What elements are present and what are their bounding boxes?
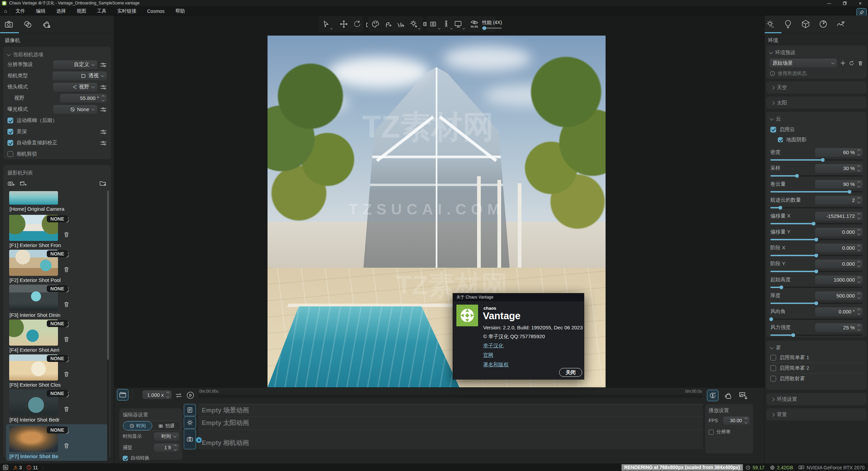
tab-lights-icon[interactable]: [784, 20, 792, 28]
camera-item-f6[interactable]: NONE [F6] Interior Shot Bedr: [6, 389, 108, 423]
camera-list-scrollbar-thumb[interactable]: [107, 190, 109, 360]
camera-thumbnail-f5[interactable]: NONE: [9, 354, 58, 381]
select-tool-icon[interactable]: [322, 20, 330, 28]
wind-strength-field[interactable]: 25 %: [815, 323, 863, 332]
sky-section[interactable]: 天空: [766, 81, 867, 94]
thickness-slider[interactable]: [770, 303, 863, 304]
offset-y-field[interactable]: 0.000: [815, 228, 863, 237]
start-height-slider[interactable]: [770, 287, 863, 288]
camera-item-f2[interactable]: NONE [F2] Exterior Shot Pool: [6, 250, 108, 284]
thickness-field[interactable]: 500.000: [815, 291, 863, 300]
lens-settings-icon[interactable]: [100, 84, 107, 90]
scene-track-icon[interactable]: [184, 404, 196, 416]
fov-field[interactable]: 55.800 °: [60, 94, 107, 103]
material-override-icon[interactable]: [371, 20, 379, 28]
camera-thumbnail-f6[interactable]: NONE: [9, 389, 58, 415]
dof-settings-icon[interactable]: [100, 128, 107, 135]
camera-delete-icon[interactable]: [63, 406, 70, 412]
enable-clouds-checkbox[interactable]: [770, 127, 776, 132]
auto-convert-checkbox[interactable]: [123, 456, 128, 461]
about-close-button[interactable]: 关闭: [559, 368, 582, 377]
home-icon[interactable]: ⌂: [1, 7, 10, 15]
start-height-field[interactable]: 1000.000: [815, 275, 863, 284]
playback-speed-field[interactable]: 1.000 x: [142, 390, 172, 399]
close-button[interactable]: ✕: [852, 0, 868, 6]
phase-y-field[interactable]: 0.000: [815, 260, 863, 268]
cirrus-amount-field[interactable]: 90 %: [815, 180, 863, 189]
maximize-button[interactable]: [837, 0, 852, 6]
cloud-sampling-field[interactable]: 30 %: [815, 164, 863, 173]
motion-blur-checkbox[interactable]: [7, 118, 13, 123]
resolution-settings-icon[interactable]: [100, 61, 107, 68]
render-teapot-icon[interactable]: [724, 391, 733, 400]
camera-clipping-checkbox[interactable]: [7, 151, 13, 157]
cirrus-amount-slider[interactable]: [770, 191, 863, 192]
add-vegetation-icon[interactable]: [384, 20, 392, 28]
add-keyframe-badge[interactable]: [196, 437, 202, 443]
phase-x-field[interactable]: 0.000: [815, 244, 863, 252]
env-settings-section[interactable]: 环境设置: [766, 393, 867, 405]
phase-y-slider[interactable]: [770, 271, 863, 272]
menu-select[interactable]: 选择: [51, 7, 71, 16]
menu-file[interactable]: 文件: [10, 7, 31, 16]
walk-mode-icon[interactable]: [442, 20, 450, 28]
warning-icon[interactable]: ⚠: [13, 465, 18, 471]
add-light-icon[interactable]: [410, 20, 418, 28]
tab-camera-icon[interactable]: [4, 20, 14, 29]
wind-direction-field[interactable]: 0.000 °: [815, 307, 863, 316]
offset-y-slider[interactable]: [770, 239, 863, 240]
add-shot-icon[interactable]: [20, 180, 27, 187]
env-preset-header[interactable]: 环境预设: [770, 49, 863, 56]
tab-render-settings-icon[interactable]: [42, 20, 52, 29]
contrails-count-slider[interactable]: [770, 207, 863, 208]
scene-animation-track[interactable]: Empty 场景动画: [198, 404, 703, 416]
simple-fog1-checkbox[interactable]: [770, 355, 776, 361]
fog-section-header[interactable]: 雾: [770, 345, 863, 351]
offset-x-slider[interactable]: [770, 223, 863, 224]
camera-item-f4[interactable]: NONE [F4] Exterior Shot Aeri: [6, 320, 108, 353]
log-icon[interactable]: [3, 465, 8, 470]
timeline-ruler[interactable]: [198, 394, 703, 398]
camera-item-f3[interactable]: NONE [F3] Interior Shot Dinin: [6, 285, 108, 319]
camera-delete-icon[interactable]: [63, 266, 70, 273]
tab-render-icon[interactable]: [819, 20, 828, 28]
camera-thumbnail-home[interactable]: [9, 191, 58, 205]
camera-delete-icon[interactable]: [63, 231, 70, 238]
export-animation-icon[interactable]: [738, 391, 748, 401]
add-folder-icon[interactable]: [99, 180, 107, 187]
cloud-density-slider[interactable]: [770, 159, 863, 161]
sun-animation-track[interactable]: Empty 太阳动画: [198, 416, 703, 429]
timeline-editor-toggle-button[interactable]: [117, 389, 129, 401]
menu-help[interactable]: 帮助: [170, 7, 190, 16]
display-mode-icon[interactable]: [454, 20, 462, 28]
menu-tools[interactable]: 工具: [92, 7, 112, 16]
simple-fog2-checkbox[interactable]: [770, 365, 776, 371]
tab-postprocessing-icon[interactable]: [836, 20, 845, 28]
menu-cosmos[interactable]: Cosmos: [142, 7, 170, 16]
menu-edit[interactable]: 编辑: [31, 7, 51, 16]
camera-thumbnail-f3[interactable]: NONE: [9, 285, 58, 311]
camera-delete-icon[interactable]: [63, 336, 70, 343]
menu-liveline[interactable]: 实时链接: [112, 7, 142, 16]
performance-slider[interactable]: [482, 27, 502, 29]
cloud-section-header[interactable]: 云: [770, 116, 863, 122]
contrails-count-field[interactable]: 2: [815, 196, 863, 205]
rotate-tool-icon[interactable]: [353, 20, 361, 28]
link-localization[interactable]: 幸子汉化: [483, 343, 504, 349]
add-grass-icon[interactable]: [397, 20, 405, 28]
auto-tilt-settings-icon[interactable]: [100, 140, 107, 146]
editor-mode-time[interactable]: 时间: [123, 421, 152, 430]
ground-shadows-checkbox[interactable]: [778, 137, 783, 142]
add-camera-icon[interactable]: [7, 180, 15, 187]
minimize-button[interactable]: —: [821, 0, 837, 6]
link-official-site[interactable]: 官网: [483, 352, 493, 359]
current-camera-options-header[interactable]: 当前相机选项: [3, 50, 111, 59]
cloud-density-field[interactable]: 60 %: [815, 148, 863, 157]
camera-view-icon[interactable]: [430, 20, 438, 28]
camera-delete-icon[interactable]: [63, 301, 70, 308]
resolution-checkbox[interactable]: [709, 430, 714, 435]
camera-item-f5[interactable]: NONE [F5] Exterior Shot Clos: [6, 354, 108, 388]
background-section[interactable]: 背景: [766, 408, 867, 421]
menu-view[interactable]: 视图: [71, 7, 92, 16]
error-icon[interactable]: [26, 465, 32, 470]
